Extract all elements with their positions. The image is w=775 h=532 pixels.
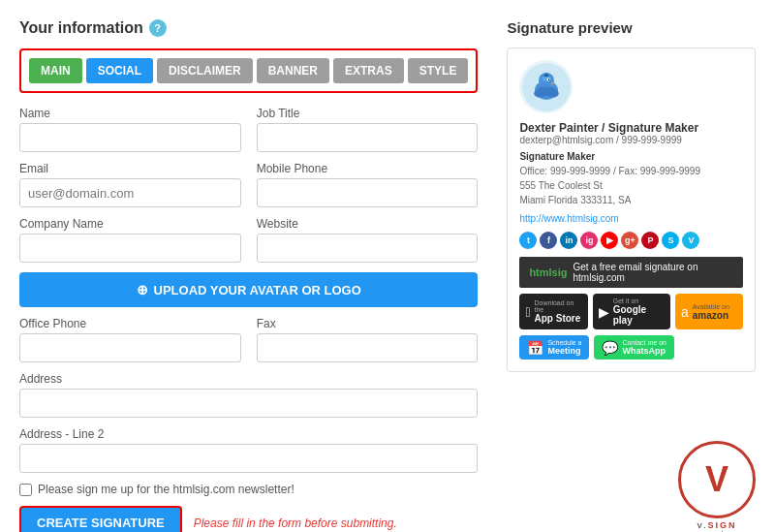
company-website-row: Company Name Website xyxy=(19,217,478,263)
your-information-label: Your information xyxy=(19,19,143,37)
company-input[interactable] xyxy=(19,234,241,263)
signature-preview-box: Dexter Painter / Signature Maker dexterp… xyxy=(507,47,756,372)
vsign-tagline: V.SIGN together xyxy=(678,520,756,532)
website-input[interactable] xyxy=(257,234,479,263)
office-input[interactable] xyxy=(19,333,241,362)
app-store-text: Download on the App Store xyxy=(535,299,582,324)
email-label: Email xyxy=(19,162,241,175)
social-icons-row: t f in ig ▶ g+ P S V xyxy=(519,232,743,249)
error-message: Please fill in the form before submittin… xyxy=(194,516,397,530)
meeting-text: Schedule a Meeting xyxy=(547,339,581,356)
htmlsig-tagline: Get a free email signature on htmlsig.co… xyxy=(574,262,733,283)
jobtitle-label: Job Title xyxy=(257,107,479,120)
address-group: Address xyxy=(19,372,478,418)
upload-avatar-button[interactable]: ⊕ UPLOAD YOUR AVATAR OR LOGO xyxy=(19,272,478,307)
whatsapp-text: Contact me on WhatsApp xyxy=(622,339,666,356)
twitter-icon: t xyxy=(519,232,537,249)
amazon-text: Available on amazon xyxy=(693,303,729,321)
address-row: Address xyxy=(19,372,478,418)
amazon-badge[interactable]: a Available on amazon xyxy=(675,294,743,329)
google-play-badge[interactable]: ▶ Get it on Google play xyxy=(593,294,670,329)
upload-icon: ⊕ xyxy=(137,282,148,297)
sig-email: dexterp@htmlsig.com / 999-999-9999 xyxy=(519,135,743,145)
email-input[interactable] xyxy=(19,178,241,207)
store-badges-row:  Download on the App Store ▶ Get it on … xyxy=(519,294,743,329)
vimeo-icon: V xyxy=(682,232,699,249)
jobtitle-input[interactable] xyxy=(257,123,479,152)
section-title: Your information ? xyxy=(19,19,478,37)
skype-icon: S xyxy=(662,232,679,249)
vsign-brand: SIGN xyxy=(707,520,736,530)
fax-group: Fax xyxy=(257,317,479,362)
vsign-logo: V V.SIGN together xyxy=(678,441,756,532)
address2-input[interactable] xyxy=(19,444,478,473)
company-group: Company Name xyxy=(19,217,241,263)
whatsapp-badge[interactable]: 💬 Contact me on WhatsApp xyxy=(594,335,674,360)
mobile-group: Mobile Phone xyxy=(257,162,479,207)
sig-office: Office: 999-999-9999 / Fax: 999-999-9999… xyxy=(519,164,743,207)
amazon-icon: a xyxy=(681,304,689,320)
website-label: Website xyxy=(257,217,479,231)
tab-disclaimer[interactable]: DISCLAIMER xyxy=(157,58,253,83)
tab-social[interactable]: SOCIAL xyxy=(86,58,153,83)
whatsapp-icon: 💬 xyxy=(602,340,618,356)
tab-banner[interactable]: BANNER xyxy=(257,58,329,83)
email-group: Email xyxy=(19,162,241,207)
instagram-icon: ig xyxy=(580,232,598,249)
website-group: Website xyxy=(257,217,479,263)
pinterest-icon: P xyxy=(641,232,659,249)
sig-website: http://www.htmlsig.com xyxy=(519,213,743,224)
newsletter-row: Please sign me up for the htmlsig.com ne… xyxy=(19,483,478,496)
email-mobile-row: Email Mobile Phone xyxy=(19,162,478,207)
action-badges-row: 📅 Schedule a Meeting 💬 Contact me on Wha… xyxy=(519,335,743,360)
address-label: Address xyxy=(19,372,478,386)
tab-extras[interactable]: EXTRAS xyxy=(333,58,404,83)
mobile-label: Mobile Phone xyxy=(257,162,479,175)
fax-input[interactable] xyxy=(257,333,479,362)
vsign-v-letter: V xyxy=(705,459,728,500)
youtube-icon: ▶ xyxy=(601,232,618,249)
linkedin-icon: in xyxy=(560,232,577,249)
address-input[interactable] xyxy=(19,389,478,418)
jobtitle-group: Job Title xyxy=(257,107,479,152)
sig-company: Signature Maker xyxy=(519,151,743,162)
upload-label: UPLOAD YOUR AVATAR OR LOGO xyxy=(154,283,361,297)
google-play-icon: ▶ xyxy=(599,304,609,320)
address2-label: Address - Line 2 xyxy=(19,427,478,441)
address2-row: Address - Line 2 xyxy=(19,427,478,473)
facebook-icon: f xyxy=(540,232,557,249)
name-label: Name xyxy=(19,107,241,120)
tab-style[interactable]: STYLE xyxy=(408,58,469,83)
office-label: Office Phone xyxy=(19,317,241,330)
googleplus-icon: g+ xyxy=(621,232,638,249)
app-store-badge[interactable]:  Download on the App Store xyxy=(519,294,587,329)
htmlsig-banner: htmlsig Get a free email signature on ht… xyxy=(519,257,743,288)
newsletter-checkbox[interactable] xyxy=(19,484,32,496)
tabs-container: MAIN SOCIAL DISCLAIMER BANNER EXTRAS STY… xyxy=(19,48,478,93)
newsletter-label: Please sign me up for the htmlsig.com ne… xyxy=(38,483,294,496)
left-panel: Your information ? MAIN SOCIAL DISCLAIME… xyxy=(19,19,478,532)
name-group: Name xyxy=(19,107,241,152)
mobile-input[interactable] xyxy=(257,178,479,207)
bottom-row: CREATE SIGNATURE Please fill in the form… xyxy=(19,506,478,532)
fax-label: Fax xyxy=(257,317,479,330)
name-input[interactable] xyxy=(19,123,241,152)
office-group: Office Phone xyxy=(19,317,241,362)
signature-avatar xyxy=(519,60,573,113)
svg-point-6 xyxy=(548,78,549,79)
create-signature-button[interactable]: CREATE SIGNATURE xyxy=(19,506,182,532)
address2-group: Address - Line 2 xyxy=(19,427,478,473)
signature-preview-title: Signature preview xyxy=(507,19,756,36)
tab-main[interactable]: MAIN xyxy=(29,58,82,83)
htmlsig-logo: htmlsig xyxy=(529,266,567,278)
sig-name: Dexter Painter / Signature Maker xyxy=(519,121,743,135)
google-play-text: Get it on Google play xyxy=(613,297,665,326)
calendar-icon: 📅 xyxy=(527,340,543,356)
help-icon[interactable]: ? xyxy=(149,19,167,37)
vsign-circle: V xyxy=(678,441,756,518)
name-jobtitle-row: Name Job Title xyxy=(19,107,478,152)
apple-icon:  xyxy=(525,304,530,320)
meeting-badge[interactable]: 📅 Schedule a Meeting xyxy=(519,335,589,360)
company-label: Company Name xyxy=(19,217,241,231)
office-fax-row: Office Phone Fax xyxy=(19,317,478,362)
